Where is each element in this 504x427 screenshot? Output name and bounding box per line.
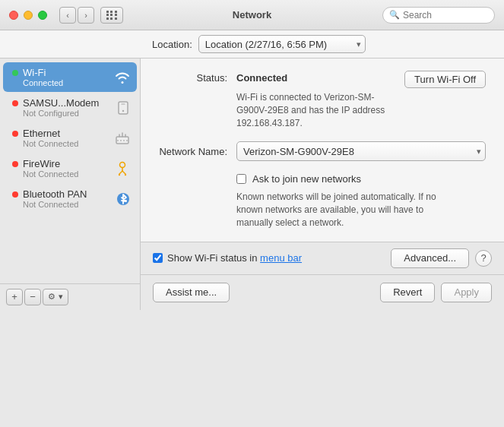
search-icon: 🔍 (389, 10, 400, 20)
menu-bar-link[interactable]: menu bar (260, 252, 302, 264)
status-dot-firewire (12, 161, 18, 167)
sidebar-footer: + − ⚙ ▾ (0, 283, 140, 310)
sidebar-item-firewire-status: Not Connected (23, 169, 78, 179)
minimize-button[interactable] (24, 11, 33, 20)
assist-me-button[interactable]: Assist me... (153, 283, 230, 302)
location-select-wrapper: Location (2/27/16, 6:56 PM) Automatic Ed… (198, 35, 366, 53)
bottom-right-buttons: Advanced... ? (391, 248, 492, 268)
svg-line-12 (119, 171, 122, 174)
status-label: Status: (159, 71, 227, 84)
advanced-button[interactable]: Advanced... (391, 248, 469, 268)
location-select[interactable]: Location (2/27/16, 6:56 PM) Automatic Ed… (198, 35, 366, 53)
forward-button[interactable]: › (78, 7, 94, 24)
network-gear-button[interactable]: ⚙ ▾ (43, 289, 68, 305)
svg-point-10 (120, 162, 125, 167)
grid-view-button[interactable] (100, 7, 123, 24)
title-bar: ‹ › Network 🔍 (0, 0, 504, 30)
sidebar-item-firewire-name: FireWire (23, 158, 78, 169)
content-wrapper: Status: Connected Turn Wi-Fi Off Wi-Fi i… (141, 59, 504, 310)
network-select-wrapper: Verizon-SM-G900V-29E8 Other... ▾ (236, 141, 486, 161)
status-dot-wifi (12, 70, 18, 76)
body-row: Wi-Fi Connected SAMSU... (0, 59, 504, 310)
help-button[interactable]: ? (475, 250, 492, 267)
close-button[interactable] (9, 11, 18, 20)
remove-network-button[interactable]: − (24, 289, 41, 305)
show-wifi-bar: Show Wi-Fi status in menu bar Advanced..… (141, 242, 504, 274)
sidebar-item-bluetooth-name: Bluetooth PAN (23, 188, 87, 200)
sidebar-item-modem-name: SAMSU...Modem (23, 97, 99, 109)
location-label: Location: (152, 39, 192, 50)
wifi-icon (114, 71, 131, 84)
status-dot-bluetooth (12, 191, 18, 198)
ethernet-icon (114, 131, 131, 145)
navigation-arrows: ‹ › (59, 7, 94, 24)
show-wifi-row: Show Wi-Fi status in menu bar (153, 252, 391, 264)
show-wifi-label[interactable]: Show Wi-Fi status in menu bar (167, 252, 302, 264)
sidebar-item-bluetooth-status: Not Connected (23, 200, 87, 209)
sidebar-item-firewire[interactable]: FireWire Not Connected (3, 153, 137, 183)
revert-button[interactable]: Revert (380, 283, 435, 302)
svg-point-14 (119, 173, 120, 175)
ask-to-join-checkbox[interactable] (236, 174, 246, 184)
sidebar-item-wifi-status: Connected (23, 78, 63, 87)
sidebar-item-modem[interactable]: SAMSU...Modem Not Configured (3, 93, 137, 122)
search-input[interactable] (403, 10, 488, 21)
status-description: Wi-Fi is connected to Verizon-SM-G900V-2… (236, 91, 388, 129)
ask-to-join-label[interactable]: Ask to join new networks (252, 173, 361, 185)
phone-icon (116, 100, 131, 115)
apply-button[interactable]: Apply (441, 283, 492, 302)
status-dot-ethernet (12, 131, 18, 137)
sidebar-item-ethernet-name: Ethernet (23, 128, 78, 139)
main-panel: Status: Connected Turn Wi-Fi Off Wi-Fi i… (141, 59, 504, 242)
svg-point-15 (125, 173, 126, 175)
sidebar: Wi-Fi Connected SAMSU... (0, 59, 141, 310)
search-box[interactable]: 🔍 (382, 7, 495, 24)
add-network-button[interactable]: + (6, 289, 23, 305)
sidebar-item-modem-status: Not Configured (23, 109, 99, 118)
bluetooth-icon (116, 191, 131, 207)
ask-to-join-description: Known networks will be joined automatica… (236, 191, 457, 229)
svg-line-13 (122, 171, 125, 174)
status-value: Connected (236, 71, 287, 84)
status-row: Status: Connected Turn Wi-Fi Off Wi-Fi i… (159, 71, 486, 129)
sidebar-item-wifi[interactable]: Wi-Fi Connected (3, 62, 137, 92)
network-name-select[interactable]: Verizon-SM-G900V-29E8 Other... (236, 141, 486, 161)
sidebar-item-bluetooth[interactable]: Bluetooth PAN Not Connected (3, 184, 137, 214)
svg-point-1 (122, 109, 124, 111)
sidebar-item-ethernet[interactable]: Ethernet Not Connected (3, 123, 137, 153)
firewire-icon (114, 160, 131, 177)
sidebar-item-wifi-name: Wi-Fi (23, 67, 63, 78)
network-name-label: Network Name: (159, 146, 227, 157)
status-dot-modem (12, 100, 18, 106)
action-footer: Assist me... Revert Apply (141, 274, 504, 310)
show-wifi-checkbox[interactable] (153, 253, 163, 263)
window-title: Network (233, 9, 271, 21)
sidebar-item-ethernet-status: Not Connected (23, 139, 78, 148)
wifi-off-button[interactable]: Turn Wi-Fi Off (404, 71, 486, 88)
back-button[interactable]: ‹ (59, 7, 76, 24)
maximize-button[interactable] (38, 11, 47, 20)
traffic-lights (9, 11, 47, 20)
sidebar-list: Wi-Fi Connected SAMSU... (0, 59, 140, 283)
grid-dots-icon (106, 11, 118, 20)
ask-to-join-row: Ask to join new networks (236, 173, 486, 185)
network-name-row: Network Name: Verizon-SM-G900V-29E8 Othe… (159, 141, 486, 161)
